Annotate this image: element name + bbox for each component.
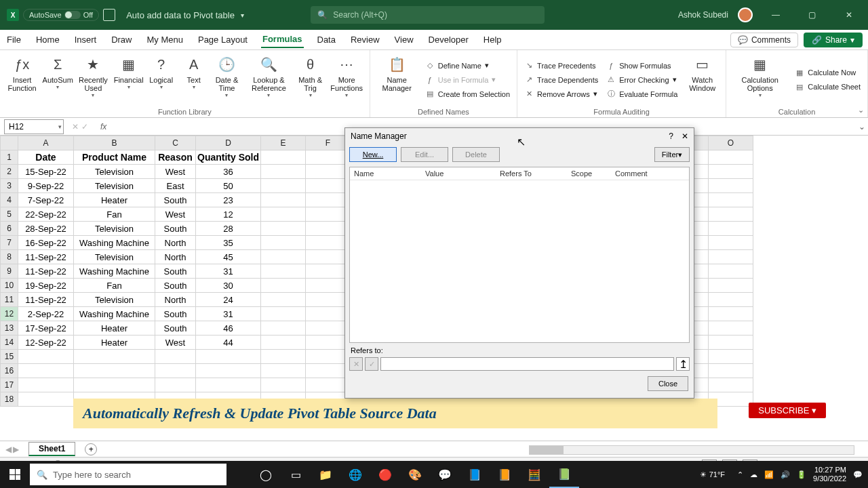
remove-arrows-button[interactable]: ✕Remove Arrows ▾ <box>521 88 601 100</box>
fx-icon[interactable]: fx <box>100 122 106 131</box>
close-button[interactable]: ✕ <box>835 0 863 30</box>
explorer-icon[interactable]: 📁 <box>311 461 340 488</box>
insert-function-button[interactable]: ƒxInsert Function <box>4 53 40 106</box>
task-view-icon[interactable]: ▭ <box>281 461 311 488</box>
collapse-ribbon-icon[interactable]: ⌄ <box>858 106 864 115</box>
add-sheet-button[interactable]: + <box>85 443 97 455</box>
calc-options-button[interactable]: ▦Calculation Options▾ <box>730 53 789 106</box>
list-col-value[interactable]: Value <box>421 167 496 180</box>
tab-draw[interactable]: Draw <box>110 32 133 47</box>
evaluate-formula-button[interactable]: ⓘEvaluate Formula <box>604 88 680 100</box>
list-col-scope[interactable]: Scope <box>567 167 611 180</box>
wifi-icon[interactable]: 📶 <box>764 470 774 479</box>
calculator-icon[interactable]: 🧮 <box>519 461 549 488</box>
trace-precedents-button[interactable]: ↘Trace Precedents <box>521 60 601 72</box>
tab-view[interactable]: View <box>393 32 415 47</box>
text-button[interactable]: AText▾ <box>179 53 209 106</box>
maximize-button[interactable]: ▢ <box>799 0 826 30</box>
cancel-icon[interactable]: ✕ <box>72 122 79 131</box>
subscribe-button[interactable]: SUBSCRIBE ▾ <box>749 403 826 418</box>
trace-dependents-button[interactable]: ↗Trace Dependents <box>521 74 601 86</box>
more-functions-button[interactable]: ⋯More Functions▾ <box>328 53 366 106</box>
word-icon[interactable]: 📘 <box>460 461 490 488</box>
user-name[interactable]: Ashok Subedi <box>678 10 728 20</box>
sheet-tab[interactable]: Sheet1 <box>28 442 75 456</box>
opera-icon[interactable]: 🔴 <box>370 461 400 488</box>
recently-used-button[interactable]: ★Recently Used▾ <box>75 53 111 106</box>
dialog-help-icon[interactable]: ? <box>669 131 673 141</box>
search-input[interactable]: 🔍 Search (Alt+Q) <box>311 6 545 24</box>
tab-mymenu[interactable]: My Menu <box>146 32 184 47</box>
tray-chevron-icon[interactable]: ⌃ <box>737 470 743 479</box>
list-col-refers[interactable]: Refers To <box>496 167 567 180</box>
viber-icon[interactable]: 💬 <box>430 461 460 488</box>
col-header[interactable]: B <box>74 136 155 150</box>
tab-developer[interactable]: Developer <box>427 32 470 47</box>
taskbar-search[interactable]: 🔍 Type here to search <box>30 464 226 485</box>
define-name-button[interactable]: ◇Define Name ▾ <box>422 60 513 72</box>
notifications-icon[interactable]: 💬 <box>853 470 863 479</box>
prev-sheet-icon[interactable]: ◀ <box>5 445 12 454</box>
powerpoint-icon[interactable]: 📙 <box>490 461 519 488</box>
date-time-button[interactable]: 🕒Date & Time▾ <box>212 53 243 106</box>
col-header[interactable]: F <box>306 136 351 150</box>
refers-to-input[interactable] <box>380 357 674 371</box>
filename[interactable]: Auto add data to Pivot table <box>126 10 235 20</box>
excel-taskbar-icon[interactable]: 📗 <box>549 461 579 488</box>
col-header[interactable]: E <box>261 136 306 150</box>
filter-button[interactable]: Filter ▾ <box>654 147 690 162</box>
col-header[interactable]: A <box>18 136 74 150</box>
create-from-selection-button[interactable]: ▤Create from Selection <box>422 88 513 100</box>
cortana-icon[interactable]: ◯ <box>251 461 281 488</box>
tab-pagelayout[interactable]: Page Layout <box>197 32 249 47</box>
enter-icon[interactable]: ✓ <box>81 122 88 131</box>
autosum-button[interactable]: ΣAutoSum▾ <box>43 53 73 106</box>
minimize-button[interactable]: — <box>762 0 789 30</box>
col-header[interactable]: O <box>709 136 753 150</box>
name-manager-button[interactable]: 📋Name Manager <box>374 53 420 106</box>
save-icon[interactable] <box>103 9 115 21</box>
math-trig-button[interactable]: θMath & Trig▾ <box>296 53 326 106</box>
new-name-button[interactable]: New... <box>349 147 397 162</box>
tab-file[interactable]: File <box>5 32 22 47</box>
lookup-ref-button[interactable]: 🔍Lookup & Reference▾ <box>245 53 292 106</box>
show-formulas-button[interactable]: ƒShow Formulas <box>604 60 680 72</box>
select-all-corner[interactable] <box>1 136 18 150</box>
watch-window-button[interactable]: ▭Watch Window <box>683 53 722 106</box>
avatar[interactable] <box>738 7 753 22</box>
error-checking-button[interactable]: ⚠Error Checking ▾ <box>604 74 680 86</box>
toggle-off-icon[interactable] <box>64 11 81 19</box>
name-box[interactable]: H12▾ <box>4 119 64 134</box>
financial-button[interactable]: ▦Financial▾ <box>114 53 144 106</box>
comments-button[interactable]: 💬 Comments <box>730 33 798 47</box>
tab-insert[interactable]: Insert <box>73 32 98 47</box>
name-list[interactable]: Name Value Refers To Scope Comment <box>349 167 690 343</box>
weather-widget[interactable]: ☀ 71°F <box>694 464 730 485</box>
next-sheet-icon[interactable]: ▶ <box>13 445 19 454</box>
range-select-button[interactable]: ↥ <box>676 357 690 371</box>
tab-data[interactable]: Data <box>316 32 337 47</box>
tab-help[interactable]: Help <box>482 32 503 47</box>
paint-icon[interactable]: 🎨 <box>400 461 430 488</box>
col-header[interactable]: C <box>155 136 196 150</box>
tab-home[interactable]: Home <box>35 32 61 47</box>
horizontal-scrollbar[interactable] <box>529 445 854 455</box>
volume-icon[interactable]: 🔊 <box>781 470 790 479</box>
calculate-sheet-button[interactable]: ▤Calculate Sheet <box>792 81 863 93</box>
clock[interactable]: 10:27 PM 9/30/2022 <box>813 466 846 483</box>
list-col-comment[interactable]: Comment <box>611 167 652 180</box>
share-button[interactable]: 🔗 Share ▾ <box>804 33 863 47</box>
tab-review[interactable]: Review <box>349 32 381 47</box>
tab-formulas[interactable]: Formulas <box>261 31 304 48</box>
edge-icon[interactable]: 🌐 <box>340 461 370 488</box>
autosave-toggle[interactable]: AutoSave Off <box>23 9 99 21</box>
close-dialog-button[interactable]: Close <box>648 376 688 391</box>
start-button[interactable] <box>0 469 30 480</box>
expand-formula-bar-icon[interactable]: ⌄ <box>856 122 868 131</box>
chevron-down-icon[interactable]: ▾ <box>241 12 244 19</box>
dialog-close-icon[interactable]: ✕ <box>682 131 688 141</box>
logical-button[interactable]: ?Logical▾ <box>146 53 176 106</box>
list-col-name[interactable]: Name <box>350 167 421 180</box>
battery-icon[interactable]: 🔋 <box>797 470 806 479</box>
onedrive-icon[interactable]: ☁ <box>750 470 757 479</box>
